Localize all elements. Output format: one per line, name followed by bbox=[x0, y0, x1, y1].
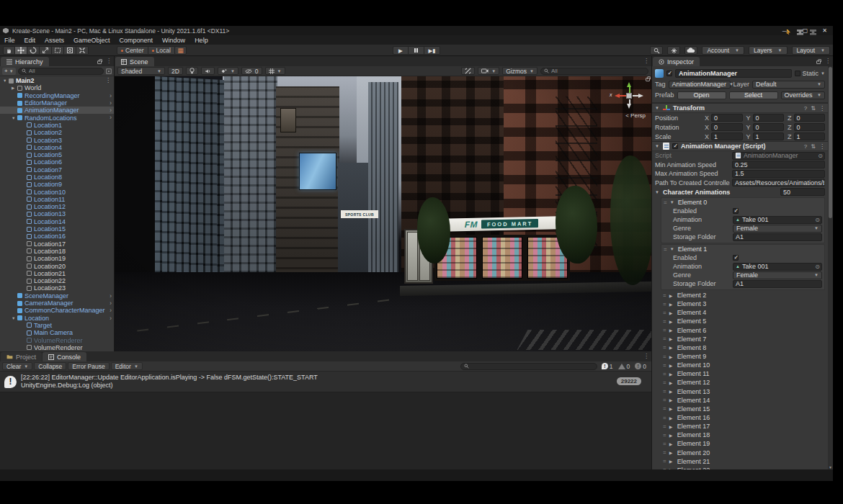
hierarchy-item[interactable]: World bbox=[0, 84, 114, 91]
hierarchy-item[interactable]: Location bbox=[0, 315, 114, 322]
foldout-arrow-icon[interactable]: ▶ bbox=[669, 397, 674, 402]
array-size-field[interactable]: 50 bbox=[780, 188, 825, 196]
animation-element-collapsed[interactable]: = ▶ Element 11 bbox=[661, 369, 828, 378]
hierarchy-search-input[interactable] bbox=[29, 68, 100, 74]
active-checkbox[interactable] bbox=[666, 71, 672, 76]
foldout-arrow-icon[interactable] bbox=[3, 77, 9, 84]
hierarchy-item[interactable]: Target bbox=[0, 322, 114, 329]
hierarchy-item[interactable]: Location8 bbox=[0, 174, 114, 181]
hierarchy-item[interactable]: Location13 bbox=[0, 210, 114, 217]
hierarchy-item[interactable]: Location21 bbox=[0, 270, 114, 277]
console-search-input[interactable] bbox=[471, 363, 594, 369]
drag-handle-icon[interactable]: = bbox=[663, 441, 666, 447]
hierarchy-item[interactable]: Location22 bbox=[0, 277, 114, 284]
hierarchy-item[interactable]: AnimationManager bbox=[0, 107, 114, 114]
gizmo-lock-icon[interactable] bbox=[646, 78, 650, 81]
clear-button[interactable]: Clear▼ bbox=[2, 362, 32, 370]
enabled-checkbox[interactable] bbox=[733, 255, 739, 261]
presets-icon[interactable]: ⇅ bbox=[811, 143, 816, 150]
lighting-toggle-button[interactable] bbox=[186, 67, 198, 75]
animation-element-collapsed[interactable]: = ▶ Element 14 bbox=[661, 396, 828, 405]
gizmos-dropdown[interactable]: Gizmos▼ bbox=[502, 67, 538, 75]
foldout-arrow-icon[interactable] bbox=[12, 315, 17, 322]
tag-dropdown[interactable]: AnimationManager▼ bbox=[669, 81, 731, 89]
lock-icon[interactable] bbox=[816, 60, 821, 64]
animation-element-collapsed[interactable]: = ▶ Element 13 bbox=[661, 387, 828, 396]
rotate-tool-button[interactable] bbox=[27, 46, 40, 55]
shading-mode-dropdown[interactable]: Shaded▼ bbox=[117, 67, 165, 75]
error-pause-button[interactable]: Error Pause bbox=[68, 362, 109, 370]
menu-item[interactable]: Help bbox=[195, 37, 208, 44]
drag-handle-icon[interactable]: = bbox=[663, 449, 666, 456]
foldout-arrow-icon[interactable]: ▼ bbox=[655, 144, 660, 148]
z-field[interactable]: 0 bbox=[794, 114, 825, 122]
hierarchy-item[interactable]: Location23 bbox=[0, 284, 114, 292]
animation-element-collapsed[interactable]: = ▶ Element 7 bbox=[661, 335, 828, 343]
hierarchy-item[interactable]: EditorManager bbox=[0, 99, 114, 107]
min-speed-field[interactable]: 0.25 bbox=[732, 161, 825, 168]
object-picker-icon[interactable]: ⊙ bbox=[818, 153, 823, 159]
foldout-arrow-icon[interactable]: ▶ bbox=[669, 328, 674, 333]
chevron-down-icon[interactable]: ▼ bbox=[821, 71, 825, 76]
space-toggle-button[interactable]: Local bbox=[148, 46, 175, 55]
pause-button[interactable] bbox=[409, 46, 424, 55]
animation-element-collapsed[interactable]: = ▶ Element 5 bbox=[661, 317, 828, 325]
hierarchy-item[interactable]: Location1 bbox=[0, 122, 114, 129]
animation-element-collapsed[interactable]: = ▶ Element 17 bbox=[661, 422, 828, 431]
hierarchy-item[interactable]: Location10 bbox=[0, 188, 114, 195]
foldout-arrow-icon[interactable]: ▶ bbox=[669, 345, 674, 350]
animation-element-collapsed[interactable]: = ▶ Element 21 bbox=[661, 457, 828, 466]
hierarchy-item[interactable]: Location15 bbox=[0, 225, 114, 233]
drag-handle-icon[interactable]: = bbox=[663, 405, 666, 412]
foldout-arrow-icon[interactable]: ▼ bbox=[670, 200, 675, 204]
script-component-header[interactable]: ▼ Animation Manager (Script) ?⇅⋮ bbox=[652, 141, 828, 151]
character-animations-foldout[interactable]: ▼ Character Animations 50 bbox=[652, 187, 828, 197]
hierarchy-item[interactable]: CameraManager bbox=[0, 300, 114, 307]
collapse-button[interactable]: Collapse bbox=[34, 362, 66, 370]
genre-dropdown[interactable]: Female▼ bbox=[733, 225, 822, 233]
console-search[interactable] bbox=[460, 363, 597, 370]
transform-tool-button[interactable] bbox=[64, 46, 76, 55]
cloud-icon[interactable] bbox=[684, 46, 697, 55]
storage-folder-field[interactable]: A1 bbox=[733, 280, 822, 288]
foldout-arrow-icon[interactable]: ▶ bbox=[669, 441, 674, 446]
layer-dropdown[interactable]: Default▼ bbox=[752, 81, 825, 89]
tool-settings-button[interactable] bbox=[461, 67, 475, 75]
animation-element-collapsed[interactable]: = ▶ Element 22 bbox=[661, 466, 828, 469]
warning-count-toggle[interactable]: 0 bbox=[618, 363, 630, 370]
panel-menu-icon[interactable]: ⋮ bbox=[106, 58, 112, 64]
hierarchy-item[interactable]: RandomLocations bbox=[0, 114, 114, 121]
hierarchy-item[interactable]: Location5 bbox=[0, 151, 114, 158]
grid-dropdown[interactable]: ▼ bbox=[265, 67, 285, 75]
hierarchy-item[interactable]: Location7 bbox=[0, 166, 114, 174]
hand-tool-button[interactable] bbox=[3, 46, 15, 55]
x-field[interactable]: 1 bbox=[711, 132, 742, 140]
hierarchy-item[interactable]: VolumeRenderer bbox=[0, 344, 114, 351]
search-everywhere-button[interactable] bbox=[650, 46, 663, 55]
foldout-arrow-icon[interactable]: ▶ bbox=[669, 363, 674, 368]
genre-dropdown[interactable]: Female▼ bbox=[733, 271, 822, 279]
menu-item[interactable]: Component bbox=[120, 37, 153, 44]
foldout-arrow-icon[interactable] bbox=[12, 84, 17, 91]
foldout-arrow-icon[interactable]: ▶ bbox=[669, 450, 674, 455]
hierarchy-item[interactable]: Location3 bbox=[0, 136, 114, 143]
transform-component-header[interactable]: ▼ Transform ?⇅⋮ bbox=[652, 103, 828, 113]
grid-snap-button[interactable]: ▦ bbox=[174, 46, 187, 55]
hierarchy-item[interactable]: Location20 bbox=[0, 262, 114, 269]
tab-project[interactable]: Project bbox=[1, 352, 42, 361]
drag-handle-icon[interactable]: = bbox=[663, 292, 666, 299]
effects-dropdown[interactable]: ▼ bbox=[218, 67, 238, 75]
max-speed-field[interactable]: 1.5 bbox=[732, 170, 825, 178]
hierarchy-item[interactable]: Location11 bbox=[0, 196, 114, 203]
hierarchy-item[interactable]: Location16 bbox=[0, 233, 114, 240]
scene-visibility-button[interactable]: 0 bbox=[241, 67, 262, 75]
animation-element-collapsed[interactable]: = ▶ Element 9 bbox=[661, 352, 828, 361]
error-count-toggle[interactable]: !0 bbox=[635, 363, 646, 370]
object-picker-icon[interactable]: ⊙ bbox=[815, 217, 820, 223]
foldout-arrow-icon[interactable]: ▼ bbox=[655, 106, 660, 110]
pivot-toggle-button[interactable]: Center bbox=[117, 46, 148, 55]
help-icon[interactable]: ? bbox=[804, 143, 807, 150]
foldout-arrow-icon[interactable]: ▶ bbox=[669, 302, 674, 307]
rect-tool-button[interactable] bbox=[52, 46, 64, 55]
hierarchy-item[interactable]: Location6 bbox=[0, 158, 114, 166]
